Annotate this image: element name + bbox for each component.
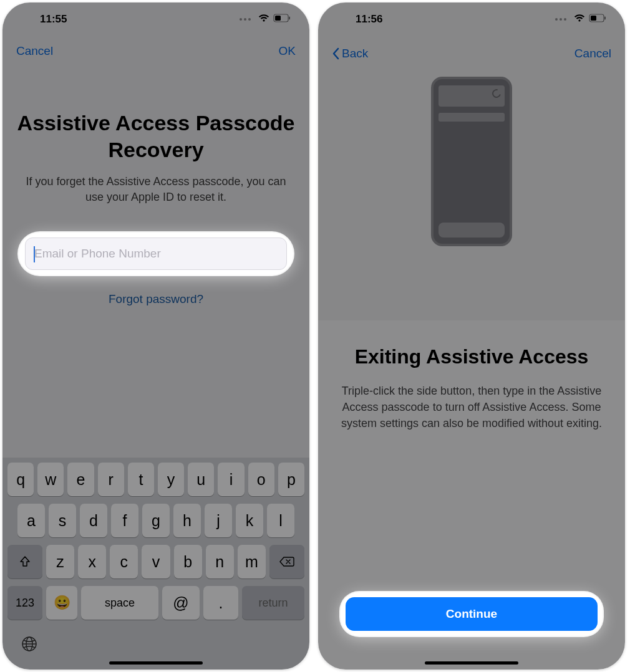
continue-button[interactable]: Continue [346,597,598,631]
globe-icon[interactable] [20,635,39,653]
forgot-password-link[interactable]: Forgot password? [109,292,203,306]
page-subtitle: Triple-click the side button, then type … [337,383,606,431]
key-k[interactable]: k [236,504,263,537]
key-z[interactable]: z [46,545,74,578]
highlighted-button-container: Continue [341,592,603,636]
key-l[interactable]: l [267,504,294,537]
ok-button[interactable]: OK [279,44,296,58]
status-bar: 11:56 [318,2,625,36]
key-c[interactable]: c [110,545,138,578]
key-j[interactable]: j [205,504,232,537]
back-button[interactable]: Back [332,47,368,60]
nav-bar: Back Cancel [318,39,625,69]
status-time: 11:55 [40,13,67,26]
key-f[interactable]: f [111,504,138,537]
nav-bar: Cancel OK [2,36,309,66]
cancel-button[interactable]: Cancel [574,47,611,60]
home-indicator[interactable] [425,661,518,665]
key-s[interactable]: s [49,504,76,537]
apple-id-input[interactable] [25,238,287,270]
page-subtitle: If you forget the Assistive Access passc… [15,174,297,205]
svg-rect-1 [275,16,281,21]
recording-dots-icon [240,18,251,21]
back-label: Back [342,47,368,60]
battery-icon [273,13,291,26]
status-bar: 11:55 [2,2,309,36]
key-v[interactable]: v [142,545,170,578]
key-a[interactable]: a [17,504,45,537]
key-m[interactable]: m [238,545,266,578]
key-g[interactable]: g [142,504,170,537]
key-b[interactable]: b [174,545,202,578]
cancel-button[interactable]: Cancel [16,44,53,58]
wifi-icon [258,13,269,26]
key-space[interactable]: space [81,586,158,620]
key-at[interactable]: @ [162,586,200,620]
key-t[interactable]: t [128,463,154,496]
key-e[interactable]: e [67,463,94,496]
chevron-left-icon [332,47,339,60]
key-n[interactable]: n [206,545,234,578]
home-indicator[interactable] [109,661,203,665]
key-emoji[interactable]: 😀 [46,586,77,620]
phone-screenshot-left: 11:55 Cancel OK Assistive Access Passcod… [2,2,309,670]
key-p[interactable]: p [278,463,304,496]
highlighted-input-container [19,233,293,275]
key-q[interactable]: q [7,463,34,496]
svg-rect-7 [591,16,596,21]
page-title: Exiting Assistive Access [337,344,606,369]
page-title: Assistive Access Passcode Recovery [15,110,297,163]
phone-screenshot-right: 11:56 Back Cancel [318,2,625,670]
key-o[interactable]: o [248,463,274,496]
key-return[interactable]: return [242,586,304,620]
key-d[interactable]: d [80,504,107,537]
key-dot[interactable]: . [203,586,238,620]
key-y[interactable]: y [158,463,184,496]
text-cursor [34,246,35,262]
status-time: 11:56 [356,13,382,26]
backspace-icon [279,556,294,567]
svg-rect-2 [289,17,290,20]
key-backspace[interactable] [269,545,304,578]
key-u[interactable]: u [188,463,214,496]
phone-illustration [431,77,512,246]
key-r[interactable]: r [98,463,124,496]
key-shift[interactable] [7,545,42,578]
key-w[interactable]: w [37,463,64,496]
key-i[interactable]: i [218,463,244,496]
key-x[interactable]: x [78,545,106,578]
keyboard: qwertyuiop asdfghjkl zxcvbnm 123 😀 space… [2,458,309,670]
recording-dots-icon [555,18,566,21]
battery-icon [589,13,606,26]
shift-icon [19,555,31,568]
wifi-icon [574,13,585,26]
key-h[interactable]: h [173,504,201,537]
svg-rect-8 [604,17,606,20]
key-123[interactable]: 123 [7,586,42,620]
